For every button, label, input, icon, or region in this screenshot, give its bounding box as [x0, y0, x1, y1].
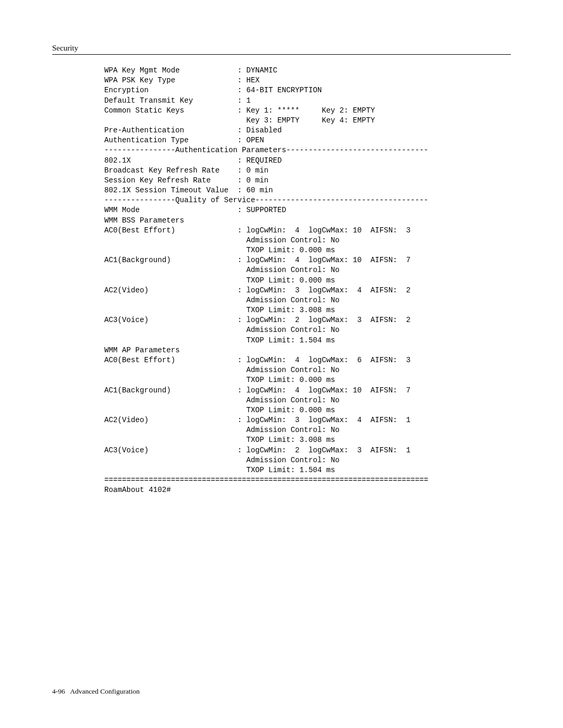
section-heading: Security: [52, 44, 78, 53]
page-number: 4-96: [52, 687, 65, 695]
page-footer: 4-96 Advanced Configuration: [52, 687, 140, 696]
page: Security WPA Key Mgmt Mode : DYNAMIC WPA…: [0, 0, 563, 728]
console-output: WPA Key Mgmt Mode : DYNAMIC WPA PSK Key …: [104, 66, 429, 495]
footer-title: Advanced Configuration: [70, 687, 140, 695]
header-rule: [52, 54, 511, 55]
